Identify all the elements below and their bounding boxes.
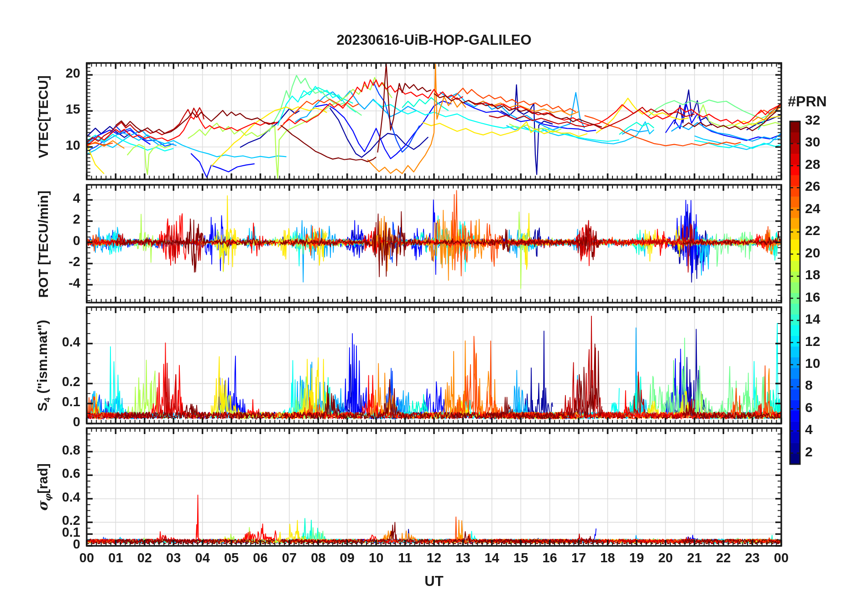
chart-figure: 20230616-UiB-HOP-GALILEO UT #PRN VTEC[TE… xyxy=(0,0,868,607)
chart-canvas xyxy=(0,0,868,607)
